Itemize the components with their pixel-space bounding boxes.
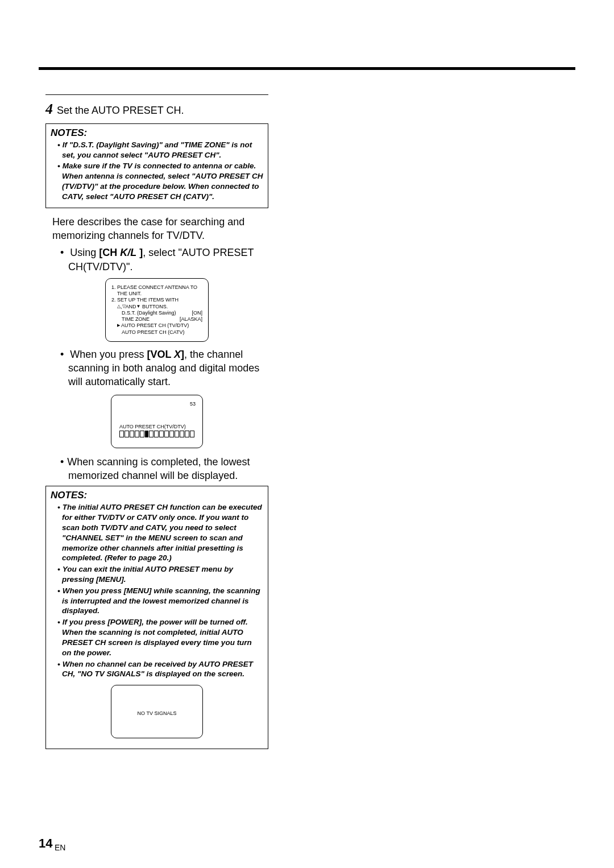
step-4-heading: 4 Set the AUTO PRESET CH. <box>45 100 268 119</box>
triangle-right-icon: ▼ <box>136 304 141 309</box>
notes-heading: NOTES: <box>51 127 263 139</box>
instruction-1: Using [CH K/L ], select "AUTO PRESET CH(… <box>52 246 268 274</box>
osd1-and: AND <box>126 304 136 309</box>
instr1-key-sym: K/L <box>120 247 136 258</box>
section-rule <box>45 94 268 95</box>
progress-seg-active <box>145 431 148 437</box>
page-language: EN <box>55 843 65 852</box>
notes2-item-3: When you press [MENU] while scanning, th… <box>53 586 263 616</box>
progress-seg <box>125 431 129 437</box>
notes-box-1: NOTES: If "D.S.T. (Daylight Saving)" and… <box>45 123 268 208</box>
osd1-tz-row: TIME ZONE [ALASKA] <box>111 316 202 323</box>
notes-list: If "D.S.T. (Daylight Saving)" and "TIME … <box>51 140 263 202</box>
progress-seg <box>154 431 159 437</box>
notes2-heading: NOTES: <box>51 490 263 501</box>
intro-text: Here describes the case for searching an… <box>52 215 268 243</box>
notes1-item-1: If "D.S.T. (Daylight Saving)" and "TIME … <box>53 140 263 160</box>
instr1-key-open: [CH <box>99 247 120 258</box>
progress-seg <box>130 431 134 437</box>
notes2-item-1: The initial AUTO PRESET CH function can … <box>53 502 263 563</box>
notes1-item-2: Make sure if the TV is connected to ante… <box>53 161 263 201</box>
instruction-list-2: When you press [VOL X], the channel scan… <box>52 348 268 389</box>
osd2-channel-number: 53 <box>190 401 196 407</box>
step-number: 4 <box>45 101 53 117</box>
notes-box-2: NOTES: The initial AUTO PRESET CH functi… <box>45 486 268 749</box>
osd2-label: AUTO PRESET CH(TV/DTV) <box>119 424 186 429</box>
osd1-buttons-word: BUTTONS. <box>140 304 168 309</box>
top-horizontal-rule <box>39 67 575 70</box>
progress-seg <box>180 431 184 437</box>
triangle-down-icon: ▽ <box>122 304 126 309</box>
progress-bar <box>119 431 194 437</box>
osd1-line1: 1. PLEASE CONNECT ANTENNA TO <box>111 284 202 291</box>
osd1-line2b: △,▽AND▼ BUTTONS. <box>111 304 202 310</box>
instruction-list-3: When scanning is completed, the lowest m… <box>52 455 268 483</box>
instr1-pre: Using <box>70 247 99 258</box>
instr2-key-open: [VOL <box>147 349 174 360</box>
progress-seg <box>159 431 164 437</box>
progress-seg <box>149 431 154 437</box>
osd1-dst-value: [ON] <box>192 310 202 316</box>
osd-screen-scanning: 53 AUTO PRESET CH(TV/DTV) <box>111 395 203 448</box>
instr2-key-sym: X <box>174 349 181 360</box>
instruction-list: Using [CH K/L ], select "AUTO PRESET CH(… <box>52 246 268 274</box>
osd1-tz-label: TIME ZONE <box>122 316 150 323</box>
osd3-message: NO TV SIGNALS <box>111 710 202 716</box>
progress-seg <box>175 431 179 437</box>
instr2-pre: When you press <box>70 349 147 360</box>
instruction-2: When you press [VOL X], the channel scan… <box>52 348 268 389</box>
triangle-up-icon: △ <box>117 304 121 309</box>
progress-seg <box>169 431 174 437</box>
osd-screen-setup: 1. PLEASE CONNECT ANTENNA TO THE UNIT. 2… <box>105 278 209 342</box>
osd1-tz-value: [ALASKA] <box>180 316 202 323</box>
notes2-item-2: You can exit the initial AUTO PRESET men… <box>53 564 263 585</box>
left-column: 4 Set the AUTO PRESET CH. NOTES: If "D.S… <box>45 94 268 749</box>
osd1-autopreset-catv: AUTO PRESET CH (CATV) <box>111 329 202 336</box>
progress-seg <box>190 431 194 437</box>
instruction-3: When scanning is completed, the lowest m… <box>52 455 268 483</box>
osd1-line2: 2. SET UP THE ITEMS WITH <box>111 297 202 303</box>
osd-screen-no-signal: NO TV SIGNALS <box>111 685 203 738</box>
osd1-autopreset-tvdtv: AUTO PRESET CH (TV/DTV) <box>111 323 202 329</box>
manual-page: 4 Set the AUTO PRESET CH. NOTES: If "D.S… <box>0 0 614 868</box>
page-number: 14 <box>39 836 52 851</box>
osd1-dst-label: D.S.T. (Daylight Saving) <box>122 310 176 316</box>
progress-seg <box>119 431 124 437</box>
progress-seg <box>185 431 189 437</box>
progress-seg <box>164 431 169 437</box>
notes2-list: The initial AUTO PRESET CH function can … <box>51 502 263 679</box>
progress-seg <box>140 431 144 437</box>
notes2-item-5: When no channel can be received by AUTO … <box>53 659 263 680</box>
osd1-line1b: THE UNIT. <box>111 291 202 297</box>
instr1-key-close: ] <box>136 247 143 258</box>
progress-seg <box>135 431 139 437</box>
step-title: Set the AUTO PRESET CH. <box>57 105 184 116</box>
notes2-item-4: If you press [POWER], the power will be … <box>53 617 263 658</box>
osd1-dst-row: D.S.T. (Daylight Saving) [ON] <box>111 310 202 316</box>
